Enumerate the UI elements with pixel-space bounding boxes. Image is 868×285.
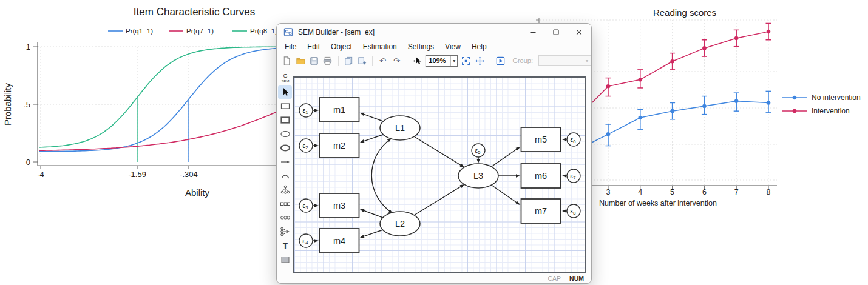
toolbar: ↶ ↷ 109% ▾ Group: ▾ [277,53,591,69]
minimize-icon[interactable] [528,27,538,37]
oval-tool[interactable] [278,127,292,141]
close-icon[interactable] [574,27,584,37]
observed-set-icon [280,198,291,209]
covariance-arc[interactable] [371,138,393,213]
run-estimate-icon[interactable] [495,55,506,66]
path-arrow[interactable] [490,148,518,167]
menu-object[interactable]: Object [325,41,358,52]
data-point [702,46,707,50]
menubar: File Edit Object Estimation Settings Vie… [277,41,591,53]
arrowhead [562,138,566,141]
arrowhead [360,139,365,142]
y-tick-label: 0 [26,158,30,167]
save-icon[interactable] [309,55,319,66]
path-arrow[interactable] [414,136,463,166]
statusbar: CAP NUM [277,273,591,283]
x-axis-label: Number of weeks after intervention [599,199,717,207]
arrowhead [516,201,520,205]
path-arrow[interactable] [362,210,383,218]
legend-label: Intervention [812,107,850,115]
observed-set-tool[interactable] [278,197,292,210]
screenshot-stage: { "chart_data": [ { "type": "line", "tit… [0,0,868,285]
caps-lock-indicator: CAP [548,275,561,282]
oval-icon [280,129,291,139]
num-lock-indicator: NUM [569,275,584,282]
x-tick-label: -.304 [180,170,198,179]
data-point [606,84,611,89]
text-icon: T [280,240,291,251]
menu-view[interactable]: View [439,41,466,52]
rectangle-set-tool[interactable] [278,113,292,127]
open-folder-icon[interactable] [295,55,305,66]
path-icon [280,156,291,167]
group-combobox[interactable]: ▾ [538,55,591,66]
duplicate-icon[interactable] [357,55,367,66]
arrowhead [516,147,520,150]
maximize-icon[interactable] [551,27,561,37]
window-titlebar[interactable]: SEM Builder - [sem_ex] [277,24,591,41]
series-line [586,32,768,109]
menu-help[interactable]: Help [466,41,492,52]
area-tool[interactable] [278,253,292,266]
x-tick-label: 4 [638,188,642,196]
menu-edit[interactable]: Edit [302,41,325,52]
redo-icon[interactable]: ↷ [392,55,402,66]
undo-icon[interactable]: ↶ [378,55,388,66]
latent-set-icon [280,212,291,223]
legend-label: No intervention [812,93,861,102]
data-point [639,116,643,120]
legend-label: Pr(q8=1) [250,27,277,35]
observed-label: m1 [333,105,345,115]
menu-file[interactable]: File [279,41,302,52]
latent-set-tool[interactable] [278,211,292,224]
path-arrow[interactable] [362,230,383,237]
zoom-level-combobox[interactable]: 109% ▾ [426,55,458,67]
observed-label: m3 [333,201,345,210]
pan-icon[interactable] [475,55,485,66]
select-pointer-tool[interactable] [278,86,292,99]
data-point [734,36,739,41]
regression-model-tool[interactable] [278,225,292,238]
rectangle-icon [280,101,291,112]
path-arrow[interactable] [362,135,383,142]
observed-label: m4 [333,236,345,246]
chevron-down-icon: ▾ [586,58,591,64]
data-point [767,101,771,105]
observed-label: m2 [333,141,345,150]
covariance-icon [280,170,291,181]
x-tick-label: -1.59 [128,170,146,179]
select-pointer-icon [280,87,291,98]
copy-icon[interactable] [343,55,353,66]
menu-settings[interactable]: Settings [402,41,439,52]
data-point [606,132,611,136]
data-point [734,99,739,103]
toolbar-separator [490,56,490,66]
latent-label: L1 [395,123,405,133]
sem-canvas[interactable]: m1m2m3m4m5m6m7L1L2L3ε1ε2ε3ε4ε5ε6ε7ε8 [293,76,586,273]
sem-builder-app-icon [283,27,294,38]
print-icon[interactable] [322,55,333,66]
x-tick-label: 6 [702,188,707,196]
x-tick-label: -4 [37,170,44,179]
path-arrow[interactable] [490,184,518,204]
rectangle-tool[interactable] [278,99,292,113]
x-tick-label: 3 [606,188,611,196]
chevron-down-icon[interactable]: ▾ [450,56,457,66]
oval-set-tool[interactable] [278,141,292,155]
menu-estimation[interactable]: Estimation [358,41,402,52]
covariance-tool[interactable] [278,169,292,183]
path-arrow[interactable] [414,186,463,215]
text-tool[interactable]: T [278,239,292,252]
measurement-model-tool[interactable] [278,183,292,196]
arrowhead [360,235,365,238]
chart-title: Item Characteristic Curves [134,6,255,18]
path-arrow[interactable] [362,113,383,121]
observed-label: m7 [535,206,547,216]
arrowhead [460,164,464,167]
path-tool[interactable] [278,155,292,169]
legend-marker [793,109,797,113]
select-pointer-icon[interactable] [412,55,422,66]
zoom-to-fit-icon[interactable] [461,55,471,66]
sem-builder-window: SEM Builder - [sem_ex] File Edit Object … [276,23,592,284]
new-file-icon[interactable] [282,55,292,66]
